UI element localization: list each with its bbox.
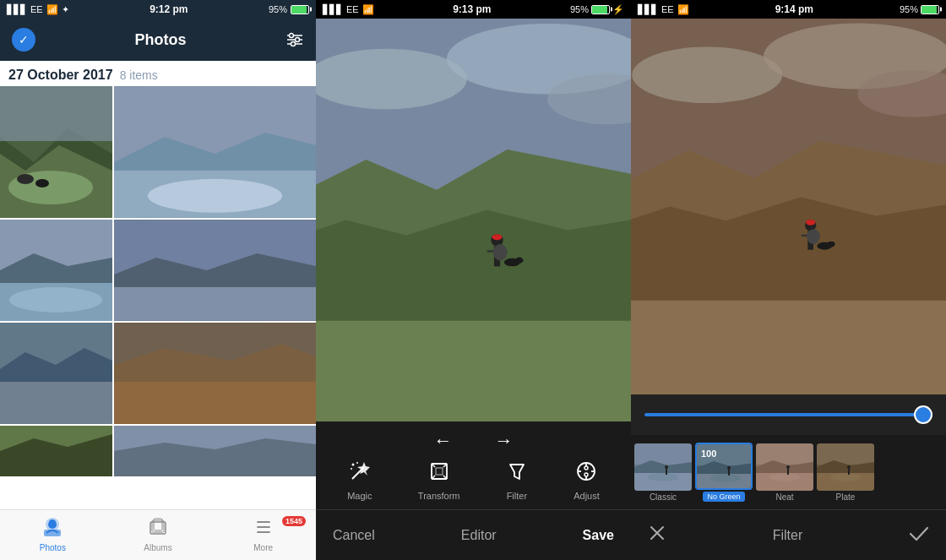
nogreen-preview: 100 <box>697 444 753 490</box>
svg-point-103 <box>828 242 835 247</box>
filter-slider-track[interactable] <box>644 413 932 416</box>
photo-2-image <box>114 86 316 218</box>
svg-point-72 <box>351 468 352 470</box>
tab-albums[interactable]: Albums <box>106 518 211 552</box>
editor-time: 9:13 pm <box>453 3 491 15</box>
svg-point-115 <box>710 474 741 482</box>
photo-6-image <box>114 323 316 424</box>
photo-item-4[interactable] <box>114 220 316 321</box>
status-bar-editor: ▋▋▋ EE 📶 9:13 pm 95% ⚡ <box>316 0 631 19</box>
adjust-tool[interactable]: Adjust <box>574 460 600 501</box>
photo-row-4 <box>0 426 316 476</box>
date-label: 27 October 2017 <box>8 68 113 83</box>
magic-icon <box>349 460 371 487</box>
editor-signal: ▋▋▋ EE 📶 <box>323 4 374 15</box>
more-icon <box>254 518 273 536</box>
svg-point-123 <box>769 473 800 481</box>
svg-point-108 <box>648 473 678 481</box>
svg-rect-30 <box>0 382 112 424</box>
photos-panel: ▋▋▋ EE 📶 ✦ 9:12 pm 95% ✓ Photos <box>0 0 316 560</box>
network-label: EE <box>30 4 43 14</box>
filter-classic-img <box>634 443 692 491</box>
transform-icon-svg <box>428 460 450 482</box>
photos-tab-label: Photos <box>40 543 66 552</box>
filter-slider-thumb[interactable] <box>914 405 932 424</box>
filter-panel: ▋▋▋ EE 📶 9:14 pm 95% <box>631 0 946 560</box>
filter-nogreen[interactable]: 100 No Green <box>695 443 753 502</box>
filter-nogreen-img: 100 <box>695 443 753 490</box>
photo-item-1[interactable] <box>0 86 112 218</box>
svg-rect-105 <box>634 443 692 465</box>
filter-plate[interactable]: Plate <box>817 443 874 502</box>
editor-panel: ▋▋▋ EE 📶 9:13 pm 95% ⚡ <box>316 0 631 560</box>
svg-point-101 <box>806 220 815 226</box>
check-icon <box>909 525 929 542</box>
svg-rect-132 <box>848 469 850 475</box>
x-icon <box>648 524 666 542</box>
photos-icon <box>42 518 63 536</box>
redo-button[interactable]: → <box>495 430 514 452</box>
photo-row-1 <box>0 86 316 218</box>
editor-battery-icon <box>591 5 610 14</box>
photos-tab-icon <box>42 518 63 541</box>
editor-save-button[interactable]: Save <box>583 528 614 543</box>
editor-battery: 95% ⚡ <box>570 4 624 15</box>
filter-confirm-button[interactable] <box>909 525 929 546</box>
tab-more[interactable]: More 1545 <box>210 518 316 552</box>
more-tab-icon <box>254 518 273 541</box>
magic-tool[interactable]: Magic <box>347 460 372 501</box>
photo-3-image <box>0 220 112 321</box>
editor-battery-pct: 95% <box>570 4 589 14</box>
editor-section-label: Editor <box>461 528 497 543</box>
brightness-icon: ✦ <box>62 4 69 15</box>
photo-7-image <box>0 426 112 476</box>
svg-rect-117 <box>728 470 730 476</box>
check-button[interactable]: ✓ <box>12 28 35 52</box>
filter-classic[interactable]: Classic <box>634 443 692 502</box>
undo-button[interactable]: ← <box>434 430 453 452</box>
photo-item-6[interactable] <box>114 323 316 424</box>
tab-photos[interactable]: Photos <box>0 518 106 552</box>
plate-preview <box>817 443 874 491</box>
photo-item-2[interactable] <box>114 86 316 218</box>
editor-signal-bars: ▋▋▋ <box>323 4 343 15</box>
status-bar-filter: ▋▋▋ EE 📶 9:14 pm 95% <box>631 0 946 19</box>
svg-text:100: 100 <box>701 449 716 459</box>
filter-tool[interactable]: Filter <box>506 460 528 501</box>
check-icon: ✓ <box>19 33 29 46</box>
svg-rect-127 <box>817 443 874 465</box>
svg-rect-110 <box>666 469 667 475</box>
magic-wand-icon <box>349 460 371 482</box>
svg-point-86 <box>584 473 588 476</box>
photo-item-7[interactable] <box>0 426 112 476</box>
filter-neat[interactable]: Neat <box>756 443 813 502</box>
editor-photo <box>316 19 631 421</box>
filter-signal-bars: ▋▋▋ <box>638 4 658 15</box>
svg-point-67 <box>515 258 524 264</box>
photo-item-8[interactable] <box>114 426 316 476</box>
nav-bar-photos: ✓ Photos <box>0 19 316 61</box>
svg-marker-79 <box>510 465 524 479</box>
svg-point-65 <box>492 234 503 240</box>
photo-8-image <box>114 426 316 476</box>
svg-point-4 <box>296 38 300 42</box>
filter-neat-label: Neat <box>775 492 793 502</box>
transform-tool[interactable]: Transform <box>418 460 460 501</box>
filter-neat-img <box>756 443 813 491</box>
battery-icon <box>291 5 309 14</box>
filter-cancel-button[interactable] <box>648 524 666 547</box>
svg-rect-125 <box>787 469 789 475</box>
svg-point-116 <box>727 466 731 470</box>
filter-photo <box>631 19 946 394</box>
filter-plate-label: Plate <box>836 492 856 502</box>
svg-point-64 <box>493 244 508 260</box>
filter-section-label: Filter <box>773 528 803 543</box>
photo-item-5[interactable] <box>0 323 112 424</box>
svg-point-70 <box>351 464 354 466</box>
filter-battery-pct: 95% <box>900 4 918 14</box>
svg-point-85 <box>584 466 588 470</box>
editor-cancel-button[interactable]: Cancel <box>333 528 375 543</box>
photo-item-3[interactable] <box>0 220 112 321</box>
filter-button[interactable] <box>285 32 304 47</box>
photo-1-image <box>0 86 112 218</box>
